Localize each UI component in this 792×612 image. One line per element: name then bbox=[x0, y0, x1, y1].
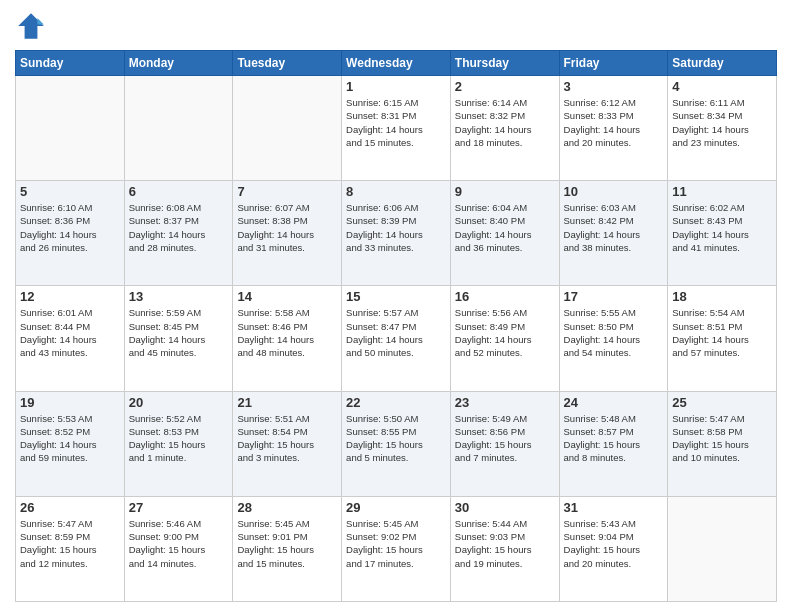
day-detail: Sunrise: 6:14 AMSunset: 8:32 PMDaylight:… bbox=[455, 96, 555, 149]
day-detail: Sunrise: 5:45 AMSunset: 9:02 PMDaylight:… bbox=[346, 517, 446, 570]
calendar-day-cell: 28Sunrise: 5:45 AMSunset: 9:01 PMDayligh… bbox=[233, 496, 342, 601]
day-detail: Sunrise: 5:58 AMSunset: 8:46 PMDaylight:… bbox=[237, 306, 337, 359]
calendar-week-row: 1Sunrise: 6:15 AMSunset: 8:31 PMDaylight… bbox=[16, 76, 777, 181]
day-detail: Sunrise: 6:11 AMSunset: 8:34 PMDaylight:… bbox=[672, 96, 772, 149]
day-number: 3 bbox=[564, 79, 664, 94]
logo bbox=[15, 10, 51, 42]
col-header-thursday: Thursday bbox=[450, 51, 559, 76]
calendar-week-row: 26Sunrise: 5:47 AMSunset: 8:59 PMDayligh… bbox=[16, 496, 777, 601]
day-number: 22 bbox=[346, 395, 446, 410]
day-detail: Sunrise: 6:04 AMSunset: 8:40 PMDaylight:… bbox=[455, 201, 555, 254]
calendar-day-cell: 1Sunrise: 6:15 AMSunset: 8:31 PMDaylight… bbox=[342, 76, 451, 181]
calendar-day-cell: 8Sunrise: 6:06 AMSunset: 8:39 PMDaylight… bbox=[342, 181, 451, 286]
calendar-week-row: 12Sunrise: 6:01 AMSunset: 8:44 PMDayligh… bbox=[16, 286, 777, 391]
day-detail: Sunrise: 6:07 AMSunset: 8:38 PMDaylight:… bbox=[237, 201, 337, 254]
calendar-day-cell: 14Sunrise: 5:58 AMSunset: 8:46 PMDayligh… bbox=[233, 286, 342, 391]
day-detail: Sunrise: 5:52 AMSunset: 8:53 PMDaylight:… bbox=[129, 412, 229, 465]
svg-marker-0 bbox=[18, 13, 44, 39]
day-detail: Sunrise: 5:46 AMSunset: 9:00 PMDaylight:… bbox=[129, 517, 229, 570]
day-detail: Sunrise: 5:51 AMSunset: 8:54 PMDaylight:… bbox=[237, 412, 337, 465]
calendar-day-cell bbox=[16, 76, 125, 181]
calendar-day-cell: 24Sunrise: 5:48 AMSunset: 8:57 PMDayligh… bbox=[559, 391, 668, 496]
calendar-day-cell bbox=[668, 496, 777, 601]
day-number: 28 bbox=[237, 500, 337, 515]
day-number: 11 bbox=[672, 184, 772, 199]
calendar-day-cell: 7Sunrise: 6:07 AMSunset: 8:38 PMDaylight… bbox=[233, 181, 342, 286]
day-number: 15 bbox=[346, 289, 446, 304]
calendar-day-cell: 16Sunrise: 5:56 AMSunset: 8:49 PMDayligh… bbox=[450, 286, 559, 391]
day-number: 18 bbox=[672, 289, 772, 304]
day-detail: Sunrise: 5:54 AMSunset: 8:51 PMDaylight:… bbox=[672, 306, 772, 359]
day-detail: Sunrise: 6:10 AMSunset: 8:36 PMDaylight:… bbox=[20, 201, 120, 254]
day-number: 12 bbox=[20, 289, 120, 304]
calendar-day-cell: 10Sunrise: 6:03 AMSunset: 8:42 PMDayligh… bbox=[559, 181, 668, 286]
calendar-day-cell: 4Sunrise: 6:11 AMSunset: 8:34 PMDaylight… bbox=[668, 76, 777, 181]
day-detail: Sunrise: 5:49 AMSunset: 8:56 PMDaylight:… bbox=[455, 412, 555, 465]
day-detail: Sunrise: 6:01 AMSunset: 8:44 PMDaylight:… bbox=[20, 306, 120, 359]
day-number: 17 bbox=[564, 289, 664, 304]
calendar-day-cell: 5Sunrise: 6:10 AMSunset: 8:36 PMDaylight… bbox=[16, 181, 125, 286]
day-number: 7 bbox=[237, 184, 337, 199]
day-detail: Sunrise: 5:47 AMSunset: 8:58 PMDaylight:… bbox=[672, 412, 772, 465]
logo-icon bbox=[15, 10, 47, 42]
day-detail: Sunrise: 6:03 AMSunset: 8:42 PMDaylight:… bbox=[564, 201, 664, 254]
calendar-day-cell: 13Sunrise: 5:59 AMSunset: 8:45 PMDayligh… bbox=[124, 286, 233, 391]
calendar-header-row: SundayMondayTuesdayWednesdayThursdayFrid… bbox=[16, 51, 777, 76]
day-number: 4 bbox=[672, 79, 772, 94]
calendar-day-cell: 30Sunrise: 5:44 AMSunset: 9:03 PMDayligh… bbox=[450, 496, 559, 601]
calendar-week-row: 5Sunrise: 6:10 AMSunset: 8:36 PMDaylight… bbox=[16, 181, 777, 286]
day-number: 26 bbox=[20, 500, 120, 515]
day-number: 30 bbox=[455, 500, 555, 515]
header bbox=[15, 10, 777, 42]
day-detail: Sunrise: 6:06 AMSunset: 8:39 PMDaylight:… bbox=[346, 201, 446, 254]
day-detail: Sunrise: 5:43 AMSunset: 9:04 PMDaylight:… bbox=[564, 517, 664, 570]
day-number: 24 bbox=[564, 395, 664, 410]
calendar-day-cell: 22Sunrise: 5:50 AMSunset: 8:55 PMDayligh… bbox=[342, 391, 451, 496]
day-number: 31 bbox=[564, 500, 664, 515]
calendar-day-cell: 21Sunrise: 5:51 AMSunset: 8:54 PMDayligh… bbox=[233, 391, 342, 496]
calendar-day-cell: 11Sunrise: 6:02 AMSunset: 8:43 PMDayligh… bbox=[668, 181, 777, 286]
col-header-wednesday: Wednesday bbox=[342, 51, 451, 76]
col-header-sunday: Sunday bbox=[16, 51, 125, 76]
day-detail: Sunrise: 5:50 AMSunset: 8:55 PMDaylight:… bbox=[346, 412, 446, 465]
day-number: 9 bbox=[455, 184, 555, 199]
day-number: 16 bbox=[455, 289, 555, 304]
col-header-saturday: Saturday bbox=[668, 51, 777, 76]
day-number: 20 bbox=[129, 395, 229, 410]
calendar-day-cell: 20Sunrise: 5:52 AMSunset: 8:53 PMDayligh… bbox=[124, 391, 233, 496]
day-detail: Sunrise: 6:12 AMSunset: 8:33 PMDaylight:… bbox=[564, 96, 664, 149]
calendar-day-cell: 31Sunrise: 5:43 AMSunset: 9:04 PMDayligh… bbox=[559, 496, 668, 601]
calendar-day-cell: 26Sunrise: 5:47 AMSunset: 8:59 PMDayligh… bbox=[16, 496, 125, 601]
day-number: 21 bbox=[237, 395, 337, 410]
calendar-day-cell: 27Sunrise: 5:46 AMSunset: 9:00 PMDayligh… bbox=[124, 496, 233, 601]
svg-marker-1 bbox=[37, 18, 43, 24]
calendar-day-cell: 17Sunrise: 5:55 AMSunset: 8:50 PMDayligh… bbox=[559, 286, 668, 391]
day-number: 5 bbox=[20, 184, 120, 199]
col-header-friday: Friday bbox=[559, 51, 668, 76]
calendar-day-cell: 23Sunrise: 5:49 AMSunset: 8:56 PMDayligh… bbox=[450, 391, 559, 496]
day-detail: Sunrise: 6:15 AMSunset: 8:31 PMDaylight:… bbox=[346, 96, 446, 149]
calendar-day-cell: 2Sunrise: 6:14 AMSunset: 8:32 PMDaylight… bbox=[450, 76, 559, 181]
calendar-day-cell: 29Sunrise: 5:45 AMSunset: 9:02 PMDayligh… bbox=[342, 496, 451, 601]
page: SundayMondayTuesdayWednesdayThursdayFrid… bbox=[0, 0, 792, 612]
day-detail: Sunrise: 5:45 AMSunset: 9:01 PMDaylight:… bbox=[237, 517, 337, 570]
day-number: 29 bbox=[346, 500, 446, 515]
day-number: 14 bbox=[237, 289, 337, 304]
col-header-monday: Monday bbox=[124, 51, 233, 76]
day-detail: Sunrise: 5:48 AMSunset: 8:57 PMDaylight:… bbox=[564, 412, 664, 465]
day-number: 23 bbox=[455, 395, 555, 410]
day-detail: Sunrise: 5:56 AMSunset: 8:49 PMDaylight:… bbox=[455, 306, 555, 359]
day-number: 27 bbox=[129, 500, 229, 515]
day-detail: Sunrise: 5:47 AMSunset: 8:59 PMDaylight:… bbox=[20, 517, 120, 570]
day-number: 8 bbox=[346, 184, 446, 199]
calendar-day-cell: 12Sunrise: 6:01 AMSunset: 8:44 PMDayligh… bbox=[16, 286, 125, 391]
col-header-tuesday: Tuesday bbox=[233, 51, 342, 76]
calendar-week-row: 19Sunrise: 5:53 AMSunset: 8:52 PMDayligh… bbox=[16, 391, 777, 496]
calendar-day-cell: 19Sunrise: 5:53 AMSunset: 8:52 PMDayligh… bbox=[16, 391, 125, 496]
day-detail: Sunrise: 5:53 AMSunset: 8:52 PMDaylight:… bbox=[20, 412, 120, 465]
day-number: 10 bbox=[564, 184, 664, 199]
calendar-day-cell: 6Sunrise: 6:08 AMSunset: 8:37 PMDaylight… bbox=[124, 181, 233, 286]
day-number: 1 bbox=[346, 79, 446, 94]
day-detail: Sunrise: 5:55 AMSunset: 8:50 PMDaylight:… bbox=[564, 306, 664, 359]
day-number: 6 bbox=[129, 184, 229, 199]
